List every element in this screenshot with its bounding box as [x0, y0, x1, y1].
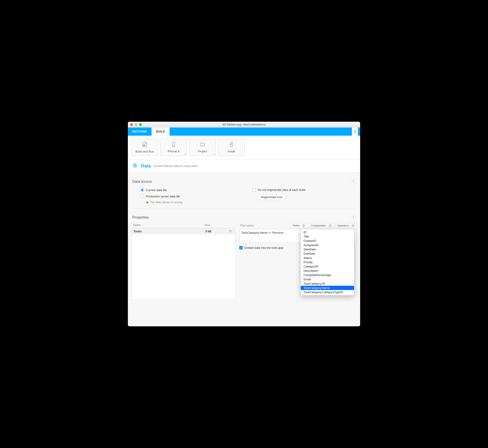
build-toolbar: Build and Run iPhone X ▾ Project ▾ Insta… [128, 136, 360, 159]
radio-production-label: Production server data file [146, 195, 180, 198]
footer-space [128, 304, 360, 326]
radio-current-data-file[interactable]: Current data file [140, 188, 244, 192]
titlebar: 4D Mobile App: NtoOneRelations [128, 122, 360, 128]
fields-dropdown-menu: IDTitleCreatorIDAssigneeIDStartDateDueDa… [301, 229, 354, 296]
comparators-btn-label: Comparators [310, 224, 326, 227]
project-button[interactable]: Project ▾ [189, 139, 216, 156]
field-option[interactable]: Description [301, 269, 354, 273]
comparators-dropdown-button[interactable]: Comparators ↓ [309, 223, 333, 228]
checkbox-icon [239, 246, 243, 249]
device-label: iPhone X [168, 150, 180, 153]
radio-icon [140, 194, 144, 198]
data-section-title: Data [141, 163, 151, 168]
datasource-options: Do not regenerate data at each build Reg… [252, 188, 356, 204]
embed-label: Embed data into the built appl [244, 246, 283, 249]
arrow-down-icon: ↓ [329, 224, 332, 227]
col-tables-label: Tables [133, 224, 204, 227]
project-label: Project [198, 150, 207, 153]
webserver-status: The Web Server is running [140, 201, 244, 204]
filter-icon [228, 230, 233, 233]
regenerate-now-button[interactable]: Regenerate now [258, 194, 286, 200]
datasource-panel: Current data file Production server data… [131, 187, 357, 209]
field-option[interactable]: Priority [301, 260, 354, 264]
play-file-icon [142, 142, 148, 148]
status-dot-icon [146, 201, 148, 203]
field-option[interactable]: CompletePercentage [301, 273, 354, 277]
install-icon [229, 142, 234, 148]
main-tabbar: SECTIONS BUILD [128, 128, 360, 136]
checkbox-icon [252, 188, 256, 192]
properties-panel: Tables Size Tasks 3 kB F [131, 223, 357, 299]
field-option[interactable]: CreatorID [301, 239, 354, 243]
field-option[interactable]: Title [301, 234, 354, 239]
build-and-run-label: Build and Run [136, 150, 154, 153]
body-area: Data source ? Current data file Producti… [128, 173, 360, 304]
svg-point-2 [173, 146, 174, 146]
data-section-header: Data Embed filtered data for each table [128, 159, 360, 173]
arrow-down-icon: ↓ [302, 224, 305, 227]
properties-heading: Properties [132, 216, 149, 219]
field-option[interactable]: TaskCategory.CategoryTypeID [301, 290, 354, 294]
tables-headers: Tables Size [131, 223, 235, 228]
properties-help-button[interactable]: ? [351, 215, 356, 220]
filter-column: Filter query Fields ↓ Comparators ↓ Oper… [239, 223, 357, 249]
build-and-run-button[interactable]: Build and Run [131, 139, 158, 156]
field-option[interactable]: StartDate [301, 247, 354, 251]
field-option[interactable]: Email [301, 277, 354, 281]
webserver-status-label: The Web Server is running [150, 201, 182, 204]
operators-dropdown-button[interactable]: Operators ↓ [335, 223, 357, 228]
tables-list: Tasks 3 kB [131, 228, 235, 299]
fields-dropdown-button[interactable]: Fields ↓ [291, 223, 307, 228]
close-window-button[interactable] [130, 123, 133, 126]
tables-column: Tables Size Tasks 3 kB [131, 223, 235, 299]
operators-btn-label: Operators [337, 224, 349, 227]
filter-query-text: TaskCategory.Name != 'Persona [241, 231, 283, 234]
properties-header-row: Properties ? [131, 209, 357, 223]
data-globe-icon [132, 163, 138, 169]
checkbox-no-regenerate[interactable]: Do not regenerate data at each build [252, 188, 356, 192]
field-option[interactable]: AssigneeID [301, 243, 354, 247]
field-option[interactable]: Status [301, 256, 354, 260]
folder-icon [200, 142, 205, 148]
app-window: 4D Mobile App: NtoOneRelations SECTIONS … [128, 122, 360, 326]
datasource-radios: Current data file Production server data… [140, 188, 244, 204]
export-icon[interactable] [352, 128, 358, 136]
window-title: 4D Mobile App: NtoOneRelations [128, 123, 360, 126]
phone-icon [171, 142, 176, 148]
zoom-window-button[interactable] [139, 123, 142, 126]
chevron-down-icon: ▾ [185, 153, 186, 155]
filter-query-label: Filter query [239, 224, 289, 227]
radio-icon [140, 188, 144, 192]
field-option[interactable]: TaskCategory.ID [301, 281, 354, 286]
traffic-lights [128, 123, 142, 126]
field-option[interactable]: DueDate [301, 251, 354, 256]
table-name: Tasks [133, 230, 205, 233]
device-select-button[interactable]: iPhone X ▾ [160, 139, 187, 156]
tab-build[interactable]: BUILD [152, 128, 169, 136]
filter-header-row: Filter query Fields ↓ Comparators ↓ Oper… [239, 223, 357, 228]
tab-sections[interactable]: SECTIONS [128, 128, 152, 136]
no-regenerate-label: Do not regenerate data at each build [258, 188, 305, 192]
field-option[interactable]: CategoryID [301, 264, 354, 269]
field-option[interactable]: ID [301, 230, 354, 234]
fields-btn-label: Fields [293, 224, 300, 227]
data-section-subtitle: Embed filtered data for each table [154, 164, 198, 168]
datasource-header-row: Data source ? [131, 173, 357, 187]
col-size-label: Size [204, 224, 227, 227]
datasource-help-button[interactable]: ? [351, 179, 356, 184]
chevron-down-icon: ▾ [214, 153, 215, 155]
radio-production-server[interactable]: Production server data file [140, 194, 244, 198]
table-size: 3 kB [205, 230, 228, 233]
install-button[interactable]: Install [218, 139, 245, 156]
table-row[interactable]: Tasks 3 kB [132, 228, 235, 234]
install-label: Install [228, 150, 235, 153]
field-option[interactable]: TaskCategory.Name [301, 286, 354, 290]
arrow-down-icon: ↓ [351, 224, 355, 227]
radio-current-label: Current data file [146, 188, 167, 192]
datasource-heading: Data source [132, 180, 152, 184]
minimize-window-button[interactable] [135, 123, 137, 126]
